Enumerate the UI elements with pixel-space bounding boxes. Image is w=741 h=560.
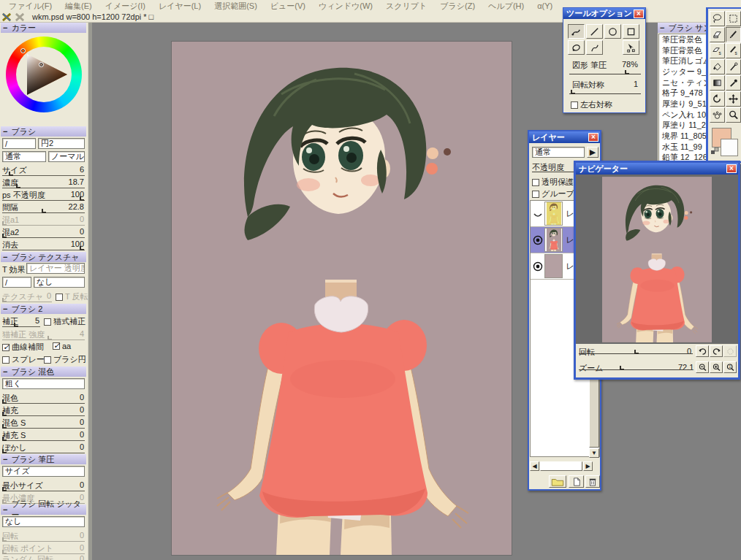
new-layer-button[interactable]	[569, 475, 584, 488]
toggle-panels-icon[interactable]	[1, 12, 12, 22]
brush-mode-dropdown[interactable]: 通常	[2, 151, 46, 162]
mix-a2-slider[interactable]: 混a20	[2, 226, 85, 238]
menu-file[interactable]: ファイル(F)	[3, 1, 58, 12]
eraser-s-tool-button[interactable]: s	[710, 43, 725, 58]
scroll-right-icon[interactable]: ▶	[583, 461, 593, 471]
mix-color-slider[interactable]: 混色0	[2, 392, 85, 404]
jitter-random-slider[interactable]: ランダム 回転0	[2, 555, 85, 560]
slider-handle[interactable]	[80, 196, 84, 201]
navigator-preview[interactable]	[576, 174, 738, 344]
hand-tool-button[interactable]	[710, 107, 725, 123]
slider-handle[interactable]	[14, 323, 18, 327]
ellipse-shape-button[interactable]	[604, 24, 621, 39]
slider-handle[interactable]	[2, 412, 7, 416]
texture-strength-slider[interactable]: テクスチャ0	[2, 291, 52, 302]
slider-handle[interactable]	[2, 449, 7, 453]
edit-path-shape-button[interactable]	[623, 40, 639, 55]
rectangle-shape-button[interactable]	[623, 24, 639, 39]
rotation-symmetry-slider[interactable]	[569, 87, 641, 94]
erase-slider[interactable]: 消去100	[2, 239, 85, 250]
slider-handle[interactable]	[42, 209, 46, 213]
brush-blend-dropdown[interactable]: ノーマル	[48, 151, 85, 162]
swap-colors-icon[interactable]	[711, 147, 720, 156]
aa-checkbox[interactable]: aa	[53, 342, 71, 350]
color-section-header[interactable]: カラー	[1, 23, 86, 33]
slider-handle[interactable]	[16, 184, 20, 188]
mix-refill-slider[interactable]: 補充0	[2, 404, 85, 416]
visibility-on-icon[interactable]	[531, 260, 544, 273]
mix-section-header[interactable]: ブラシ 混色	[1, 367, 86, 377]
size-slider[interactable]: サイズ6	[2, 164, 85, 176]
jitter-rotate-slider[interactable]: 回転0	[2, 530, 85, 542]
open-curve-shape-button[interactable]	[586, 40, 603, 55]
menu-window[interactable]: ウィンドウ(W)	[313, 1, 379, 12]
pen-tool-button[interactable]	[726, 59, 741, 74]
menu-view[interactable]: ビュー(V)	[265, 1, 311, 12]
visibility-off-icon[interactable]	[531, 207, 544, 220]
mix-mode-dropdown[interactable]: 粗く	[2, 378, 85, 389]
texture-section-header[interactable]: ブラシ テクスチャ	[1, 252, 86, 262]
scroll-down-icon[interactable]: ▼	[589, 448, 599, 458]
brush-tool-button[interactable]	[726, 27, 741, 42]
slider-handle[interactable]	[2, 298, 7, 302]
rotate-slider[interactable]	[579, 348, 693, 354]
t-effect-dropdown[interactable]: レイヤー 透明度	[26, 263, 85, 274]
rotate-reset-icon[interactable]	[723, 345, 737, 357]
menu-selection[interactable]: 選択範囲(S)	[208, 1, 263, 12]
jitter-mode-dropdown[interactable]: なし	[2, 516, 85, 527]
brush-slot-dropdown[interactable]: /	[2, 138, 36, 149]
scroll-left-icon[interactable]: ◀	[530, 461, 539, 471]
preserve-opacity-checkbox[interactable]: 透明保護	[532, 177, 574, 188]
delete-layer-button[interactable]	[585, 475, 600, 488]
bucket-tool-button[interactable]	[710, 59, 725, 74]
layer-mode-dropdown[interactable]: 通常	[532, 147, 585, 158]
menu-help[interactable]: ヘルプ(H)	[482, 1, 530, 12]
correction-slider[interactable]: 補正5	[2, 315, 40, 327]
slider-handle[interactable]	[2, 499, 7, 504]
pressure-section-header[interactable]: ブラシ 筆圧	[1, 454, 86, 464]
move-tool-button[interactable]	[726, 91, 741, 107]
slider-handle[interactable]	[80, 246, 84, 250]
mix-refill-s-slider[interactable]: 補充 S0	[2, 429, 85, 441]
density-slider[interactable]: 濃度18.7	[2, 177, 85, 188]
brush-s-tool-button[interactable]: s	[726, 43, 741, 58]
canvas-artwork[interactable]	[172, 42, 512, 555]
toggle-panels-2-icon[interactable]	[15, 12, 26, 22]
spray-checkbox[interactable]: スプレー	[2, 354, 45, 365]
new-folder-button[interactable]	[549, 475, 566, 488]
zoom-in-icon[interactable]	[710, 361, 723, 373]
close-icon[interactable]: ×	[634, 9, 644, 18]
t-invert-checkbox[interactable]: T 反転	[56, 291, 88, 302]
slider-handle[interactable]	[2, 424, 7, 429]
pressure-target-dropdown[interactable]: サイズ	[2, 466, 85, 477]
zoom-reset-icon[interactable]: 1	[723, 361, 737, 373]
sv-triangle[interactable]	[18, 48, 70, 101]
interval-slider[interactable]: 間隔22.8	[2, 202, 85, 213]
tool-options-titlebar[interactable]: ツールオプション ×	[563, 8, 645, 19]
slider-handle[interactable]	[9, 172, 13, 176]
brush-circle-checkbox[interactable]: ブラシ円	[44, 354, 86, 365]
marquee-tool-button[interactable]	[726, 11, 741, 26]
layers-titlebar[interactable]: レイヤー ×	[529, 131, 600, 143]
zoom-tool-button[interactable]	[726, 107, 741, 123]
background-color-swatch[interactable]	[721, 139, 738, 156]
menu-edit[interactable]: 編集(E)	[59, 1, 98, 12]
eyedropper-tool-button[interactable]	[726, 75, 741, 91]
close-icon[interactable]: ×	[726, 164, 737, 173]
mix-color-s-slider[interactable]: 混色 S0	[2, 417, 85, 429]
eraser-tool-button[interactable]	[710, 27, 725, 42]
layer-menu-button[interactable]: ▶	[587, 147, 598, 158]
lasso-tool-button[interactable]	[710, 11, 725, 26]
shape-pressure-slider[interactable]	[569, 67, 641, 74]
navigator-titlebar[interactable]: ナビゲーター ×	[576, 163, 738, 174]
texture-dropdown[interactable]: なし	[34, 277, 85, 288]
jitter-section-header[interactable]: ブラシ 回転 ジッター	[1, 505, 86, 515]
slider-handle[interactable]	[2, 399, 7, 404]
rotate-cw-icon[interactable]	[710, 345, 723, 357]
mix-a1-slider[interactable]: 混a10	[2, 214, 85, 226]
document-tab[interactable]: wkm.psd w=800 h=1200 72dpi * □	[28, 12, 158, 21]
blur-slider[interactable]: ぼかし0	[2, 442, 85, 453]
menu-script[interactable]: スクリプト	[380, 1, 433, 12]
brush-section-header[interactable]: ブラシ	[1, 126, 86, 137]
panel-divider[interactable]	[88, 23, 92, 560]
